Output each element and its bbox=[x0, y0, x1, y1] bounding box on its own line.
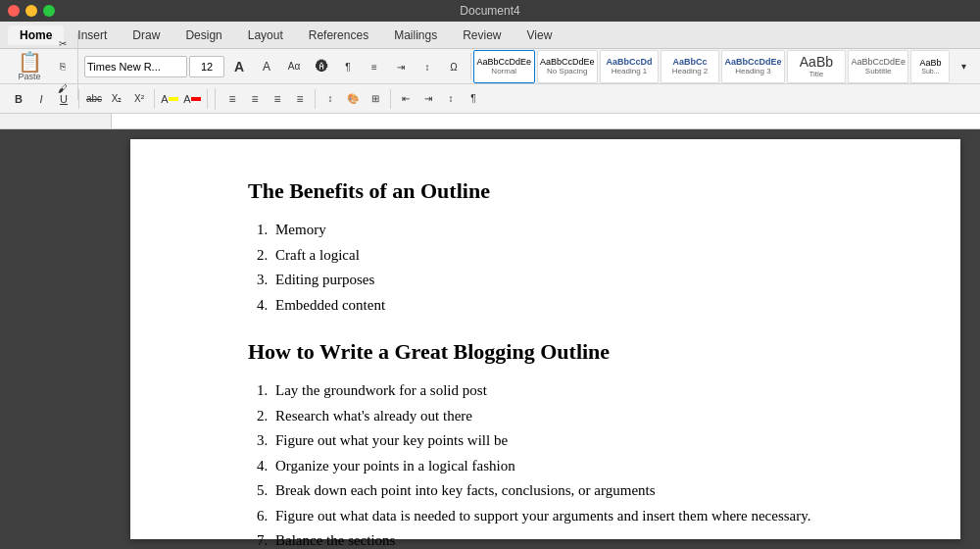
style-h3-label: Heading 3 bbox=[735, 67, 770, 75]
font-color-button[interactable]: A bbox=[181, 88, 203, 110]
toolbar-row-1: 📋 Paste ✂ ⎘ 🖌 A A Aα 🅐 ¶ ≡ ⇥ ↕ Ω AaBbCc bbox=[0, 49, 980, 84]
bold-button[interactable]: B bbox=[8, 88, 29, 110]
clear-formatting-button[interactable]: 🅐 bbox=[309, 54, 334, 79]
paste-label: Paste bbox=[18, 72, 40, 81]
list-item: Balance the sections bbox=[271, 528, 882, 549]
page: The Benefits of an Outline Memory Craft … bbox=[130, 139, 960, 539]
minimize-button[interactable] bbox=[25, 5, 37, 17]
borders-button[interactable]: ⊞ bbox=[365, 88, 386, 110]
divider2 bbox=[154, 89, 155, 109]
tab-design[interactable]: Design bbox=[173, 25, 233, 45]
paste-icon: 📋 bbox=[18, 52, 42, 72]
main-area: The Benefits of an Outline Memory Craft … bbox=[0, 129, 980, 549]
sort-button[interactable]: ↕ bbox=[415, 54, 440, 79]
style-subtitle[interactable]: AaBbCcDdEe Subtitle bbox=[848, 50, 909, 83]
maximize-button[interactable] bbox=[43, 5, 55, 17]
style-title[interactable]: AaBb Title bbox=[787, 50, 846, 83]
tab-layout[interactable]: Layout bbox=[236, 25, 295, 45]
style-heading3[interactable]: AaBbCcDdEe Heading 3 bbox=[721, 50, 785, 83]
tab-mailings[interactable]: Mailings bbox=[382, 25, 449, 45]
menu-bar: Home Insert Draw Design Layout Reference… bbox=[0, 22, 980, 49]
highlight-icon: A bbox=[161, 93, 168, 105]
italic-button[interactable]: I bbox=[30, 88, 52, 110]
styles-expand-button[interactable]: ▾ bbox=[952, 54, 976, 79]
decrease-font-size-button[interactable]: A bbox=[254, 54, 279, 79]
align-left-button[interactable]: ≡ bbox=[221, 88, 243, 110]
list-item: Organize your points in a logical fashio… bbox=[271, 454, 882, 479]
superscript-button[interactable]: X² bbox=[128, 88, 150, 110]
shading-button[interactable]: 🎨 bbox=[342, 88, 364, 110]
style-title-label: Title bbox=[808, 70, 823, 78]
line-spacing-button[interactable]: ↕ bbox=[319, 88, 341, 110]
align-right-button[interactable]: ≡ bbox=[267, 88, 288, 110]
paragraph-marks-button[interactable]: ¶ bbox=[335, 54, 361, 79]
divider4 bbox=[315, 89, 316, 109]
style-h3-preview: AaBbCcDdEe bbox=[724, 57, 781, 68]
list-item: Break down each point into key facts, co… bbox=[271, 478, 882, 504]
format-group: B I U abc X₂ X² A A bbox=[4, 88, 216, 110]
close-button[interactable] bbox=[8, 5, 20, 17]
style-h1-label: Heading 1 bbox=[612, 67, 647, 75]
increase-font-size-button[interactable]: A bbox=[226, 54, 252, 79]
font-name-input[interactable] bbox=[84, 56, 187, 77]
paste-button[interactable]: 📋 Paste bbox=[8, 50, 51, 83]
list-item: Editing purposes bbox=[271, 268, 882, 293]
divider5 bbox=[390, 89, 391, 109]
style-more-label: Sub... bbox=[921, 68, 939, 75]
style-more[interactable]: AaBb Sub... bbox=[910, 50, 950, 83]
copy-button[interactable]: ⎘ bbox=[52, 56, 74, 77]
section-2-list: Lay the groundwork for a solid post Rese… bbox=[248, 378, 882, 549]
subscript-button[interactable]: X₂ bbox=[106, 88, 127, 110]
change-case-button[interactable]: Aα bbox=[281, 54, 307, 79]
section-1-heading: The Benefits of an Outline bbox=[248, 178, 882, 204]
format-bar: B I U abc X₂ X² A A ≡ ≡ ≡ ≡ ↕ 🎨 ⊞ ⇤ ⇥ ↕ … bbox=[0, 84, 980, 114]
window-title: Document4 bbox=[460, 4, 519, 18]
show-hide-button[interactable]: Ω bbox=[441, 54, 466, 79]
font-size-input[interactable] bbox=[189, 56, 224, 77]
font-color-indicator bbox=[191, 97, 201, 101]
show-formatting-button[interactable]: ¶ bbox=[463, 88, 484, 110]
align-center-button[interactable]: ≡ bbox=[244, 88, 266, 110]
list-item: Craft a logical bbox=[271, 243, 882, 269]
style-subtitle-label: Subtitle bbox=[865, 67, 892, 75]
tab-review[interactable]: Review bbox=[451, 25, 513, 45]
traffic-lights bbox=[8, 5, 55, 17]
list-item: Figure out what data is needed to suppor… bbox=[271, 504, 882, 529]
tab-view[interactable]: View bbox=[515, 25, 564, 45]
strikethrough-button[interactable]: abc bbox=[83, 88, 105, 110]
style-h2-label: Heading 2 bbox=[672, 67, 708, 75]
list-button[interactable]: ≡ bbox=[362, 54, 387, 79]
decrease-indent-button[interactable]: ⇤ bbox=[395, 88, 416, 110]
section-2-heading: How to Write a Great Blogging Outline bbox=[248, 339, 882, 365]
list-item: Embedded content bbox=[271, 293, 882, 319]
underline-button[interactable]: U bbox=[53, 88, 74, 110]
style-heading2[interactable]: AaBbCc Heading 2 bbox=[661, 50, 719, 83]
justify-button[interactable]: ≡ bbox=[289, 88, 311, 110]
increase-indent-button[interactable]: ⇥ bbox=[417, 88, 439, 110]
style-normal-preview: AaBbCcDdEe bbox=[477, 57, 532, 68]
style-h2-preview: AaBbCc bbox=[673, 57, 708, 68]
style-nospacing-preview: AaBbCcDdEe bbox=[540, 57, 595, 68]
list-item: Lay the groundwork for a solid post bbox=[271, 378, 882, 404]
section-1-list: Memory Craft a logical Editing purposes … bbox=[248, 218, 882, 318]
list-item: Figure out what your key points will be bbox=[271, 428, 882, 454]
sort-para-button[interactable]: ↕ bbox=[440, 88, 462, 110]
tab-draw[interactable]: Draw bbox=[121, 25, 172, 45]
list-item: Research what's already out there bbox=[271, 404, 882, 429]
list-item: Memory bbox=[271, 218, 882, 243]
ruler bbox=[0, 114, 980, 129]
highlight-button[interactable]: A bbox=[159, 88, 180, 110]
tab-references[interactable]: References bbox=[297, 25, 380, 45]
indent-button[interactable]: ⇥ bbox=[388, 54, 414, 79]
cut-button[interactable]: ✂ bbox=[52, 33, 74, 55]
style-nospacing-label: No Spacing bbox=[547, 67, 587, 75]
font-color-icon: A bbox=[183, 93, 190, 105]
font-group: A A Aα 🅐 ¶ ≡ ⇥ ↕ Ω bbox=[80, 53, 471, 79]
ruler-inner bbox=[111, 114, 980, 128]
style-no-spacing[interactable]: AaBbCcDdEe No Spacing bbox=[537, 50, 599, 83]
document-area[interactable]: The Benefits of an Outline Memory Craft … bbox=[111, 129, 980, 549]
style-normal[interactable]: AaBbCcDdEe Normal bbox=[473, 50, 535, 83]
style-heading1[interactable]: AaBbCcDd Heading 1 bbox=[600, 50, 659, 83]
highlight-color-indicator bbox=[169, 97, 178, 101]
divider3 bbox=[207, 89, 208, 109]
